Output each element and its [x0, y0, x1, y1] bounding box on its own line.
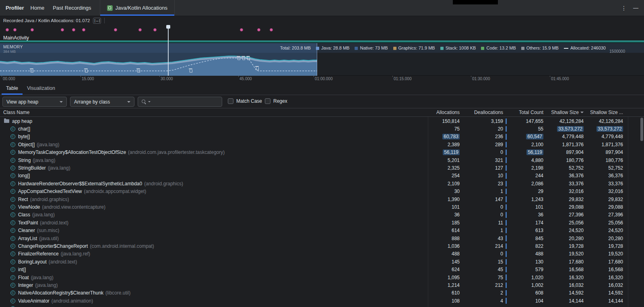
cell-shallow-size: 52,752 [547, 165, 587, 171]
table-row[interactable]: CTextPaint(android.text)1851117425,05625… [0, 219, 644, 226]
expand-range-icon[interactable]: |↔| [93, 18, 101, 24]
table-row[interactable]: CFloat(java.lang)1,095751,02016,32016,32… [0, 274, 644, 281]
column-header-shallow-size[interactable]: Shallow Size [547, 110, 587, 115]
heap-folder-icon [4, 119, 9, 123]
checkbox-box[interactable] [265, 98, 270, 104]
time-axis-tick-label: 00.000 [3, 77, 15, 81]
table-row[interactable]: C [0, 305, 644, 307]
table-row[interactable]: CValueAnimator(android.animation)1084104… [0, 297, 644, 305]
table-row[interactable]: CClass(java.lang)3603627,39627,396 [0, 211, 644, 219]
table-row[interactable]: CStringBuilder(java.lang)2,3251272,19852… [0, 164, 644, 172]
arrange-by-dropdown[interactable]: Arrange by class [70, 97, 134, 107]
column-header-total-count[interactable]: Total Count [506, 110, 547, 115]
gc-event-icon[interactable] [136, 68, 140, 73]
class-name-text: Class [18, 212, 30, 218]
class-name-text: long[] [18, 173, 30, 178]
allocation-event-dot[interactable] [72, 28, 75, 31]
gc-event-icon[interactable] [237, 56, 240, 60]
cell-deallocations: 11 [463, 220, 506, 226]
table-row[interactable]: Cint[]6244557916,56816,568 [0, 266, 644, 273]
cell-allocations: 5,201 [428, 158, 463, 163]
tab-visualization[interactable]: Visualization [23, 81, 60, 95]
allocation-event-track[interactable] [0, 25, 644, 35]
cell-shallow-size: 36,376 [547, 173, 587, 178]
gc-event-icon[interactable] [246, 56, 250, 60]
time-axis-tick-label: 01:45.000 [551, 77, 569, 81]
table-row[interactable]: CHardwareRendererObserver$$ExternalSynth… [0, 180, 644, 187]
allocation-event-dot[interactable] [31, 28, 34, 31]
table-row[interactable]: CNativeAllocationRegistry$CleanerThunk(l… [0, 289, 644, 297]
timeline-cursor-line[interactable] [168, 25, 169, 76]
time-axis-tick-label: 01:00.000 [315, 77, 333, 81]
match-case-checkbox[interactable]: Match Case [228, 98, 262, 104]
allocation-event-dot[interactable] [13, 28, 17, 31]
regex-checkbox[interactable]: Regex [265, 98, 287, 104]
tab-past-recordings[interactable]: Past Recordings [53, 5, 91, 11]
sort-descending-icon [580, 112, 584, 113]
search-box[interactable] [138, 97, 222, 107]
cell-shallow-size: 27,396 [547, 212, 587, 218]
gc-event-icon[interactable] [242, 56, 245, 60]
table-row[interactable]: CString(java.lang)5,2013214,880180,77618… [0, 156, 644, 164]
table-row[interactable]: app heap150,8143,159147,65542,126,28442,… [0, 117, 644, 125]
table-row[interactable]: Clong[]2541024436,37636,376 [0, 172, 644, 180]
gc-event-icon[interactable] [30, 68, 33, 73]
thread-name-label: MainActivity [3, 35, 29, 41]
column-header-shallow-size-retained[interactable]: Shallow Size ... [587, 110, 626, 115]
column-header-class-name[interactable]: Class Name [0, 110, 428, 115]
class-name-text: ChangeReporter$ChangeReport [18, 243, 88, 249]
allocation-event-dot[interactable] [61, 28, 64, 31]
heap-select-dropdown[interactable]: View app heap [2, 97, 67, 107]
tab-java-kotlin-allocations[interactable]: Java/Kotlin Allocations [100, 0, 175, 16]
search-history-chevron-icon[interactable] [148, 101, 151, 102]
table-row[interactable]: CMemoryTaskCategory$AllocationTestObject… [0, 149, 644, 156]
vertical-scrollbar[interactable] [640, 118, 643, 141]
gc-event-icon[interactable] [255, 66, 259, 71]
table-row[interactable]: CChangeReporter$ChangeReport(com.android… [0, 242, 644, 250]
legend-label: Java: 28.8 MB [321, 46, 349, 50]
deallocation-indicator-bar [506, 267, 507, 272]
table-row[interactable]: Cbyte[]60,78323660,5474,779,4484,779,448 [0, 133, 644, 141]
minimize-icon[interactable]: — [633, 5, 638, 11]
table-row[interactable]: CViewNode(android.view.contentcapture)10… [0, 203, 644, 211]
table-row[interactable]: CRect(android.graphics)1,3901471,24329,8… [0, 195, 644, 203]
cell-shallow-size-retained: 897,904 [587, 149, 626, 155]
tab-table[interactable]: Table [2, 81, 23, 95]
allocation-event-dot[interactable] [82, 28, 85, 31]
class-name-text: BoringLayout [18, 259, 47, 265]
deallocation-indicator-bar [506, 181, 507, 187]
cell-class-name: CChangeReporter$ChangeReport(com.android… [0, 243, 428, 249]
class-icon: C [10, 189, 15, 194]
allocation-event-dot[interactable] [270, 28, 273, 31]
class-icon: C [10, 283, 15, 288]
allocation-event-dot[interactable] [114, 28, 117, 31]
cell-shallow-size-retained: 16,568 [587, 267, 626, 272]
memory-legend-item: Java: 28.8 MB [316, 46, 349, 50]
allocation-event-dot[interactable] [240, 28, 243, 31]
timeline-cursor-handle[interactable] [166, 25, 170, 29]
cell-shallow-size-retained: 29,832 [587, 197, 626, 202]
table-row[interactable]: CInteger(java.lang)1,2142121,00216,03216… [0, 281, 644, 289]
search-icon [141, 99, 147, 104]
gc-event-icon[interactable] [189, 68, 192, 73]
search-input[interactable] [152, 99, 219, 105]
checkbox-box[interactable] [228, 98, 233, 104]
table-row[interactable]: CObject[](java.lang)2,3892892,1001,871,3… [0, 141, 644, 148]
gc-event-icon[interactable] [84, 68, 88, 73]
tab-home[interactable]: Home [31, 5, 45, 11]
allocation-event-dot[interactable] [153, 28, 157, 31]
table-row[interactable]: Cchar[]75205533,573,27233,573,272 [0, 125, 644, 133]
more-options-icon[interactable]: ⋮ [621, 5, 627, 11]
column-header-deallocations[interactable]: Deallocations [463, 110, 506, 115]
table-row[interactable]: CCleaner(sun.misc)614161324,52024,520 [0, 226, 644, 234]
allocation-event-dot[interactable] [6, 28, 9, 31]
deallocation-indicator-bar [506, 274, 507, 280]
allocation-event-dot[interactable] [257, 28, 260, 31]
table-row[interactable]: CFinalizerReference(java.lang.ref)488048… [0, 250, 644, 258]
column-header-allocations[interactable]: Allocations [428, 110, 463, 115]
table-row[interactable]: CBoringLayout(android.text)1451513017,68… [0, 258, 644, 266]
table-row[interactable]: CAppCompatCheckedTextView(androidx.appco… [0, 188, 644, 195]
table-row[interactable]: CArrayList(java.util)8884384520,28020,28… [0, 234, 644, 242]
allocation-event-dot[interactable] [138, 28, 142, 31]
cell-total-count: 579 [506, 267, 547, 272]
